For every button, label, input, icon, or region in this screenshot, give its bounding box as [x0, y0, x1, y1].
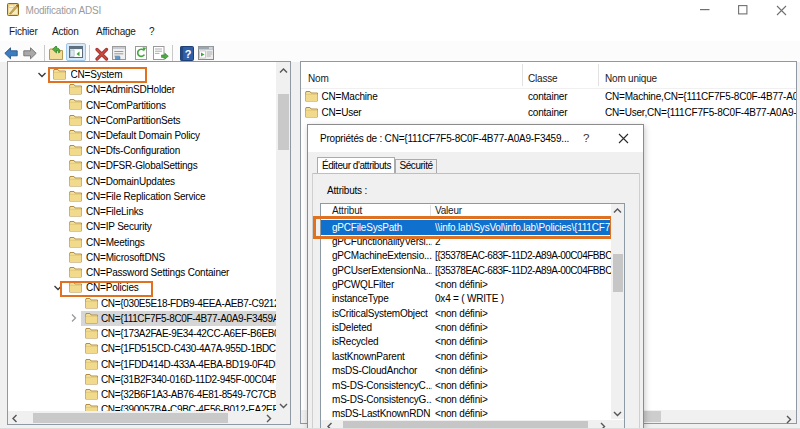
svg-text:?: ? — [184, 48, 191, 60]
